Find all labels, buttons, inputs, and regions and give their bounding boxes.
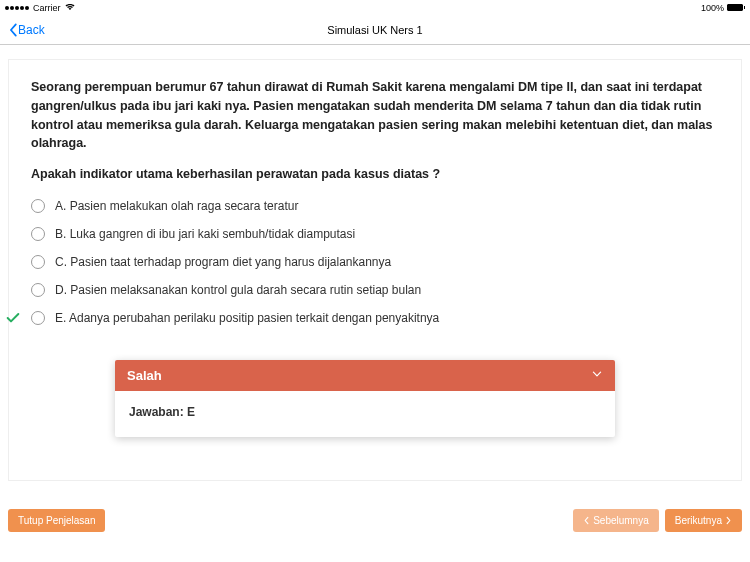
option-label: D. Pasien melaksanakan kontrol gula dara… [55, 283, 421, 297]
option-label: E. Adanya perubahan perilaku positip pas… [55, 311, 439, 325]
battery-icon [727, 4, 745, 11]
button-label: Berikutnya [675, 515, 722, 526]
option-e[interactable]: E. Adanya perubahan perilaku positip pas… [31, 311, 719, 325]
content: Seorang perempuan berumur 67 tahun diraw… [0, 45, 750, 481]
answer-popup: Salah Jawaban: E [115, 360, 615, 437]
answer-header[interactable]: Salah [115, 360, 615, 391]
option-label: A. Pasien melakukan olah raga secara ter… [55, 199, 298, 213]
radio-icon [31, 311, 45, 325]
option-label: C. Pasien taat terhadap program diet yan… [55, 255, 391, 269]
status-right: 100% [701, 3, 745, 13]
status-left: Carrier [5, 3, 75, 13]
question-text: Seorang perempuan berumur 67 tahun diraw… [31, 78, 719, 153]
status-bar: Carrier 100% [0, 0, 750, 15]
carrier-label: Carrier [33, 3, 61, 13]
question-prompt: Apakah indikator utama keberhasilan pera… [31, 167, 719, 181]
option-b[interactable]: B. Luka gangren di ibu jari kaki sembuh/… [31, 227, 719, 241]
back-label: Back [18, 23, 45, 37]
option-d[interactable]: D. Pasien melaksanakan kontrol gula dara… [31, 283, 719, 297]
answer-status: Salah [127, 368, 162, 383]
question-card: Seorang perempuan berumur 67 tahun diraw… [8, 59, 742, 481]
prev-button[interactable]: Sebelumnya [573, 509, 659, 532]
wifi-icon [65, 3, 75, 13]
battery-pct: 100% [701, 3, 724, 13]
footer-right: Sebelumnya Berikutnya [573, 509, 742, 532]
chevron-left-icon [583, 516, 590, 525]
footer-bar: Tutup Penjelasan Sebelumnya Berikutnya [0, 509, 750, 532]
option-c[interactable]: C. Pasien taat terhadap program diet yan… [31, 255, 719, 269]
signal-icon [5, 6, 29, 10]
chevron-right-icon [725, 516, 732, 525]
next-button[interactable]: Berikutnya [665, 509, 742, 532]
radio-icon [31, 227, 45, 241]
back-button[interactable]: Back [8, 23, 45, 37]
close-explanation-button[interactable]: Tutup Penjelasan [8, 509, 105, 532]
radio-icon [31, 255, 45, 269]
nav-bar: Back Simulasi UK Ners 1 [0, 15, 750, 45]
button-label: Tutup Penjelasan [18, 515, 95, 526]
option-label: B. Luka gangren di ibu jari kaki sembuh/… [55, 227, 355, 241]
check-icon [5, 310, 21, 329]
chevron-down-icon [591, 368, 603, 383]
page-title: Simulasi UK Ners 1 [0, 24, 750, 36]
radio-icon [31, 199, 45, 213]
button-label: Sebelumnya [593, 515, 649, 526]
option-a[interactable]: A. Pasien melakukan olah raga secara ter… [31, 199, 719, 213]
options-list: A. Pasien melakukan olah raga secara ter… [31, 199, 719, 325]
answer-body: Jawaban: E [115, 391, 615, 437]
radio-icon [31, 283, 45, 297]
